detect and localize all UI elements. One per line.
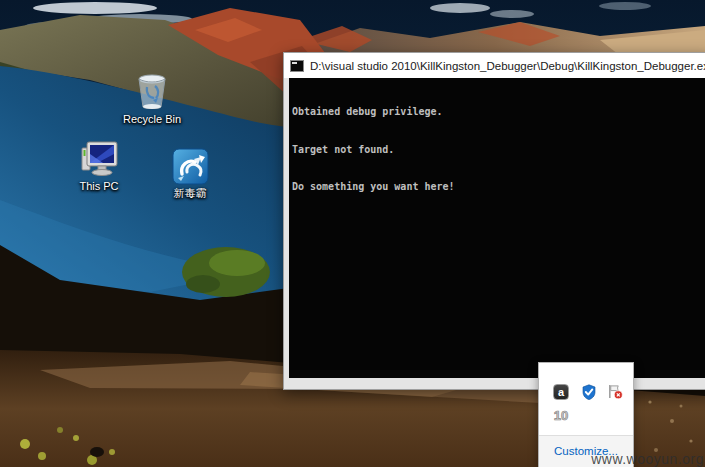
desktop-icon-this-pc[interactable]: This PC [61,140,137,192]
console-titlebar[interactable]: D:\visual studio 2010\KillKingston_Debug… [284,53,705,78]
xinduba-label: 新毒霸 [152,187,228,199]
desktop-icon-xinduba[interactable]: 新毒霸 [152,148,228,199]
dark-a-app-icon[interactable]: a [553,384,569,400]
this-pc-label: This PC [61,180,137,192]
action-center-flag-error-icon[interactable] [607,384,623,400]
console-window: D:\visual studio 2010\KillKingston_Debug… [283,52,705,390]
console-title: D:\visual studio 2010\KillKingston_Debug… [310,60,705,72]
desktop-icon-recycle-bin[interactable]: Recycle Bin [114,74,190,125]
recycle-bin-icon [133,74,171,111]
console-output-line: Do something you want here! [292,181,705,194]
security-shield-check-icon[interactable] [581,384,597,400]
desktop: Recycle Bin This PC [0,0,705,467]
xinduba-icon [172,148,209,185]
console-output[interactable]: Obtained debug privilege. Target not fou… [289,78,705,378]
recycle-bin-label: Recycle Bin [114,113,190,125]
gray-app-icon[interactable]: 10 [553,408,569,424]
console-output-line: Target not found. [292,144,705,157]
watermark-text: www.wooyun.org [591,451,704,467]
console-app-icon[interactable] [290,60,304,72]
console-output-line: Obtained debug privilege. [292,106,705,119]
this-pc-icon [79,140,119,178]
